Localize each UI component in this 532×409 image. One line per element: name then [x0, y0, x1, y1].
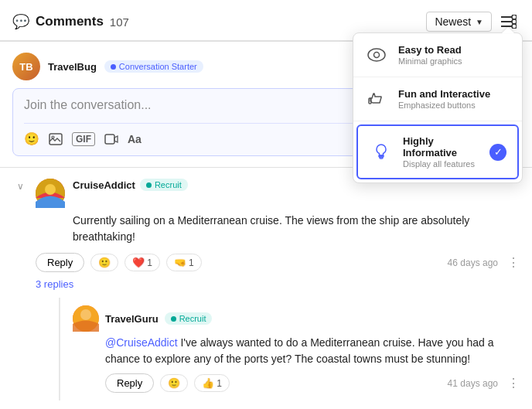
- commenter-username: CruiseAddict: [73, 179, 135, 191]
- badge-dot: [111, 64, 116, 70]
- header-title: Comments: [36, 14, 104, 29]
- reply-badge-label: Recruit: [179, 314, 206, 323]
- avatar: [36, 179, 65, 208]
- text-format-tool[interactable]: Aa: [128, 133, 142, 145]
- view-options-dropdown: Easy to Read Minimal graphics Fun and In…: [353, 32, 523, 183]
- reply-more-button[interactable]: ⋮: [507, 376, 520, 390]
- thumbs-count: 1: [217, 378, 222, 389]
- fun-interactive-title: Fun and Interactive: [398, 88, 511, 100]
- badge-dot: [171, 316, 176, 322]
- reply-username: TravelGuru: [105, 313, 159, 325]
- reply-timestamp: 41 days ago: [448, 378, 498, 389]
- sub-comment-header: TravelGuru Recruit: [73, 305, 520, 332]
- badge-label: Conversation Starter: [119, 62, 197, 71]
- emoji-tool[interactable]: 🙂: [24, 131, 39, 146]
- option-highly-informative[interactable]: Highly Informative Display all features …: [356, 124, 519, 179]
- comment-body: Currently sailing on a Mediterranean cru…: [73, 213, 520, 245]
- easy-to-read-text: Easy to Read Minimal graphics: [398, 44, 511, 66]
- fist-count: 1: [189, 257, 194, 268]
- reply-actions: Reply 🙂 👍 1 41 days ago ⋮: [105, 373, 520, 393]
- comments-section: ∨ CruiseAddict: [0, 168, 532, 409]
- more-options-button[interactable]: ⋮: [507, 255, 520, 270]
- badge-dot: [146, 182, 152, 188]
- collapse-button[interactable]: ∨: [12, 179, 28, 194]
- sort-select[interactable]: Newest ▼: [426, 12, 492, 32]
- smiley-icon: 🙂: [98, 257, 111, 268]
- compose-username: TravelBug: [48, 61, 97, 73]
- fist-icon: 🤜: [174, 257, 186, 268]
- comment-actions: Reply 🙂 ❤️ 1 🤜 1 46 days ago ⋮: [36, 253, 520, 272]
- reply-reply-button[interactable]: Reply: [105, 373, 154, 393]
- fun-interactive-text: Fun and Interactive Emphasized buttons: [398, 88, 511, 110]
- video-tool[interactable]: [104, 134, 118, 145]
- reply-thumbs-reaction[interactable]: 👍 1: [194, 374, 230, 392]
- selected-checkmark: ✓: [489, 144, 506, 161]
- chevron-down-icon: ▼: [476, 18, 483, 26]
- highly-informative-subtitle: Display all features: [403, 159, 480, 169]
- replies-count[interactable]: 3 replies: [36, 278, 520, 290]
- sub-comment: TravelGuru Recruit @CruiseAddict I've al…: [73, 298, 520, 400]
- comment-meta: CruiseAddict Recruit: [73, 179, 188, 191]
- highly-informative-text: Highly Informative Display all features: [403, 135, 480, 169]
- sub-comment-body: @CruiseAddict I've always wanted to do a…: [105, 335, 520, 367]
- svg-point-3: [512, 15, 517, 19]
- avatar: [73, 305, 99, 332]
- reply-thread: TravelGuru Recruit @CruiseAddict I've al…: [59, 298, 520, 400]
- heart-reaction[interactable]: ❤️ 1: [124, 254, 160, 271]
- easy-to-read-subtitle: Minimal graphics: [398, 56, 511, 66]
- comments-count: 107: [110, 15, 129, 29]
- highly-informative-title: Highly Informative: [403, 135, 480, 158]
- heart-icon: ❤️: [132, 257, 145, 268]
- smiley-icon: 🙂: [168, 377, 180, 389]
- option-fun-interactive[interactable]: Fun and Interactive Emphasized buttons: [353, 77, 522, 121]
- thumbs-up-icon: [364, 87, 389, 111]
- reply-emoji-button[interactable]: 🙂: [160, 374, 188, 392]
- comment-meta-row: CruiseAddict Recruit: [73, 179, 188, 191]
- easy-to-read-title: Easy to Read: [398, 44, 511, 56]
- reply-badge: Recruit: [165, 312, 213, 325]
- svg-rect-10: [380, 157, 383, 158]
- reaction-emoji-button[interactable]: 🙂: [90, 254, 118, 271]
- avatar: TB: [12, 53, 40, 80]
- dropdown-arrow: [502, 27, 514, 33]
- mention: @CruiseAddict: [105, 336, 178, 349]
- header-left: 💬 Comments 107: [12, 13, 129, 30]
- svg-rect-13: [105, 135, 114, 144]
- lightbulb-icon: [369, 140, 394, 165]
- image-tool[interactable]: [49, 133, 63, 145]
- comment-timestamp: 46 days ago: [448, 257, 498, 268]
- sort-label: Newest: [435, 15, 471, 28]
- svg-point-15: [45, 184, 56, 195]
- thumbs-icon: 👍: [202, 377, 214, 389]
- svg-point-17: [80, 309, 91, 320]
- reply-button[interactable]: Reply: [36, 253, 84, 272]
- svg-point-7: [374, 53, 380, 58]
- eye-icon: [364, 43, 389, 67]
- user-badge: Conversation Starter: [104, 60, 203, 73]
- svg-point-4: [512, 19, 517, 24]
- fun-interactive-subtitle: Emphasized buttons: [398, 101, 511, 110]
- svg-point-6: [368, 49, 385, 61]
- fist-reaction[interactable]: 🤜 1: [166, 254, 202, 271]
- commenter-badge-label: Recruit: [155, 180, 182, 189]
- comments-icon: 💬: [12, 13, 29, 30]
- commenter-badge: Recruit: [140, 179, 188, 191]
- heart-count: 1: [147, 257, 152, 268]
- svg-point-12: [52, 136, 54, 138]
- option-easy-to-read[interactable]: Easy to Read Minimal graphics: [353, 33, 522, 77]
- gif-tool[interactable]: GIF: [72, 132, 95, 146]
- comment-block: ∨ CruiseAddict: [0, 168, 532, 409]
